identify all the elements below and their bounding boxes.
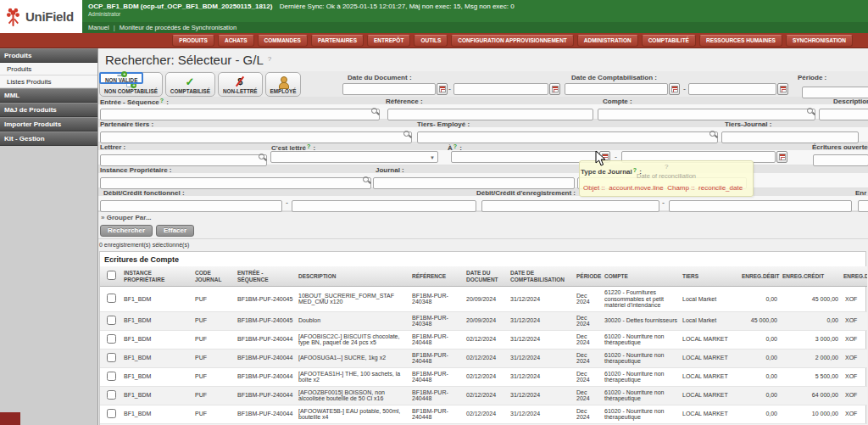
nav-outils[interactable]: OUTILS xyxy=(414,35,448,47)
cell-compte: 61020 - Nourriture non thérapeutique xyxy=(603,330,681,349)
debit-credit-fonctionnel-from-input[interactable] xyxy=(100,200,282,212)
tiers-journal-input[interactable] xyxy=(721,131,859,143)
instance-proprietaire-input[interactable] xyxy=(100,177,371,189)
compte-input[interactable] xyxy=(598,109,815,120)
cell-code: PUF xyxy=(193,349,236,367)
calendar-icon-button[interactable] xyxy=(776,151,787,163)
nav-partenaires[interactable]: PARTENAIRES xyxy=(311,35,364,47)
filter-non-lettré[interactable]: NON-LETTRÉ xyxy=(218,72,263,97)
sidebar-item-kit-gestion[interactable]: Kit - Gestion xyxy=(0,131,97,146)
nav-configuration-approvisionnement[interactable]: CONFIGURATION APPROVISIONNEMENT xyxy=(451,35,574,47)
calendar-icon-button[interactable] xyxy=(777,83,788,95)
sidebar-item-importer-produits[interactable]: Importer Produits xyxy=(0,117,97,131)
red-corner-block xyxy=(0,412,20,425)
row-checkbox[interactable] xyxy=(107,294,116,303)
calendar-icon xyxy=(439,86,446,92)
search-icon[interactable] xyxy=(403,131,409,137)
row-checkbox[interactable] xyxy=(107,353,116,362)
row-checkbox[interactable] xyxy=(107,316,116,325)
journal-input[interactable] xyxy=(373,177,575,189)
ecritures-ouvertes-input[interactable] xyxy=(813,154,868,166)
filter-non-valide[interactable]: NON VALIDE xyxy=(99,72,143,84)
search-icon[interactable] xyxy=(363,176,369,182)
enreg-partial-input[interactable] xyxy=(858,200,868,212)
nav-comptabilité[interactable]: COMPTABILITÉ xyxy=(642,35,696,47)
date-comptabilisation-to-input[interactable] xyxy=(688,83,776,95)
group-by-toggle[interactable]: Grouper Par... xyxy=(101,214,152,221)
reconcile-date-from-input[interactable] xyxy=(451,151,598,163)
table-body: BF1_BDMPUFBF1BM-PUF-24004510BOUT_SUCRERI… xyxy=(100,287,867,425)
check-icon xyxy=(184,75,196,87)
form-label-strip xyxy=(98,143,868,150)
nav-commandes[interactable]: COMMANDES xyxy=(258,35,308,47)
partenaire-tiers-input[interactable] xyxy=(100,131,412,143)
cell-devise: XOF xyxy=(842,349,867,367)
clear-button[interactable]: Effacer xyxy=(156,225,194,237)
calendar-icon-button[interactable] xyxy=(549,83,560,95)
table-row[interactable]: BF1_BDMPUFBF1BM-PUF-240045DoublonBF1BM-P… xyxy=(100,311,867,330)
link-sync-monitor[interactable]: Moniteur de procédés de Synchronisation xyxy=(120,24,236,31)
cell-reference: BF1BM-PUR-240448 xyxy=(410,367,465,386)
date-document-from-input[interactable] xyxy=(342,83,436,95)
cell-select xyxy=(100,349,122,367)
search-icon[interactable] xyxy=(259,154,264,159)
nav-achats[interactable]: ACHATS xyxy=(218,35,254,47)
journal-field xyxy=(373,174,575,186)
cell-credit: 3 000,00 xyxy=(781,330,842,349)
col-description: DESCRIPTION xyxy=(297,266,410,287)
entree-sequence-input[interactable] xyxy=(100,109,380,120)
table-row[interactable]: BF1_BDMPUFBF1BM-PUF-240044[AFOOBISC2C-] … xyxy=(100,330,867,349)
tiers-employe-input[interactable] xyxy=(417,131,718,143)
search-button[interactable]: Rechercher xyxy=(100,225,153,237)
row-checkbox[interactable] xyxy=(107,334,116,344)
date-comptabilisation-from-input[interactable] xyxy=(565,83,668,95)
debit-credit-enregistrement-to-input[interactable] xyxy=(669,200,852,212)
search-icon[interactable] xyxy=(807,108,813,114)
account-entries-table: INSTANCE PROPRIÉTAIRECODE JOURNALENTRÉE … xyxy=(100,266,867,425)
calendar-icon-button[interactable] xyxy=(669,83,680,95)
search-icon[interactable] xyxy=(371,108,377,114)
nav-ressources-humaines[interactable]: RESSOURCES HUMAINES xyxy=(699,35,782,47)
nav-synchronisation[interactable]: SYNCHRONISATION xyxy=(786,35,853,47)
debit-credit-enregistrement-from-input[interactable] xyxy=(481,200,659,212)
col-enreg-crédit: ENREG.CRÉDIT xyxy=(781,266,842,287)
table-row[interactable]: BF1_BDMPUFBF1BM-PUF-240044[AFOOWATE5B-] … xyxy=(100,405,867,423)
sidebar-item-listes-produits[interactable]: Listes Produits xyxy=(0,75,97,88)
link-manual[interactable]: Manuel xyxy=(88,24,109,31)
filter-label: NON-LETTRÉ xyxy=(223,88,258,94)
app-logo[interactable]: UniField xyxy=(0,0,82,33)
debit-credit-fonctionnel-to-input[interactable] xyxy=(292,200,476,212)
nav-produits[interactable]: PRODUITS xyxy=(172,35,214,47)
sidebar-item-mml[interactable]: MML xyxy=(0,88,97,103)
nav-administration[interactable]: ADMINISTRATION xyxy=(577,35,638,47)
reference-input[interactable] xyxy=(387,109,593,120)
periode-input[interactable] xyxy=(802,87,868,98)
filter-comptabilisé[interactable]: COMPTABILISÉ xyxy=(165,72,215,97)
row-checkbox[interactable] xyxy=(107,390,116,400)
label-date-comptabilisation: Date de Comptabilisation : xyxy=(571,74,657,81)
date-document-to-input[interactable] xyxy=(453,83,548,95)
select-all-checkbox[interactable] xyxy=(107,271,116,280)
table-row[interactable]: BF1_BDMPUFBF1BM-PUF-240044[AFOOZBF0015] … xyxy=(100,386,867,405)
tooltip-question-icon: ? xyxy=(665,163,668,171)
table-row[interactable]: BF1_BDMPUFBF1BM-PUF-240044[AFOOSUGA1--] … xyxy=(100,349,867,367)
sidebar-item-produits[interactable]: Produits xyxy=(0,48,97,63)
sidebar-item-màj-de-produits[interactable]: MàJ de Produits xyxy=(0,103,97,117)
table-row[interactable]: BF1_BDMPUFBF1BM-PUF-240044[AFOOTEAS1H-] … xyxy=(100,367,867,386)
calendar-icon xyxy=(779,154,786,160)
cell-sequence: BF1BM-PUF-240044 xyxy=(236,330,297,349)
row-checkbox[interactable] xyxy=(107,409,116,418)
calendar-icon-button[interactable] xyxy=(437,83,448,95)
cell-select xyxy=(100,287,122,312)
row-checkbox[interactable] xyxy=(107,372,116,381)
cest-lettre-select[interactable]: ▼ xyxy=(270,151,438,163)
filter-employé[interactable]: EMPLOYÉ xyxy=(265,72,302,97)
sidebar-item-produits[interactable]: Produits xyxy=(0,63,97,75)
search-icon[interactable] xyxy=(709,131,715,137)
table-row[interactable]: BF1_BDMPUFBF1BM-PUF-24004510BOUT_SUCRERI… xyxy=(100,287,867,312)
person-icon xyxy=(277,75,289,87)
description-input[interactable] xyxy=(819,109,868,120)
nav-entrepôt[interactable]: ENTREPÔT xyxy=(367,35,410,47)
enreg-partial-field xyxy=(858,197,868,209)
lettrer-input[interactable] xyxy=(100,154,267,166)
